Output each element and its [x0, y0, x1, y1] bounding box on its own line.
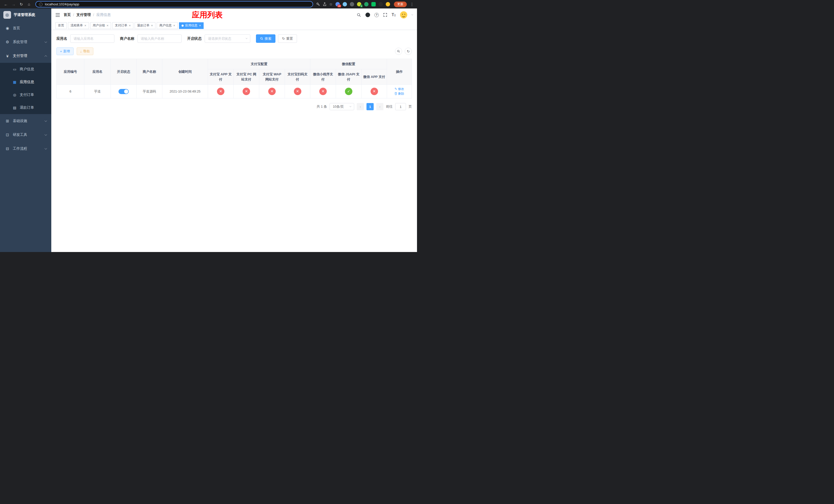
close-icon[interactable]: × — [199, 24, 201, 27]
prev-page-button[interactable]: ‹ — [357, 103, 364, 110]
browser-update-button[interactable]: 更新 — [394, 2, 407, 7]
sidebar-item-label: 退款订单 — [20, 105, 34, 110]
toggle-knob — [124, 90, 128, 94]
close-icon[interactable]: × — [151, 24, 153, 27]
reload-button[interactable]: ↻ — [18, 0, 25, 8]
search-icon[interactable] — [357, 13, 361, 17]
extension-badge: 10 — [337, 5, 341, 7]
breadcrumb-home[interactable]: 首页 — [64, 13, 71, 17]
sidebar-item-refund-orders[interactable]: ▤ 退款订单 — [0, 101, 51, 114]
font-size-icon[interactable]: TT — [392, 13, 396, 17]
refresh-icon: ↻ — [407, 49, 410, 53]
forward-button[interactable]: → — [10, 0, 17, 8]
export-button[interactable]: ↓ 导出 — [77, 47, 94, 55]
close-icon[interactable]: × — [129, 24, 131, 27]
extension-icon[interactable]: 1 — [357, 2, 361, 6]
tab-label: 支付订单 — [115, 23, 127, 28]
config-status-icon: ✕ — [371, 88, 378, 95]
tab-app-info[interactable]: 应用信息 × — [179, 22, 204, 29]
tab-pay-orders[interactable]: 支付订单 × — [112, 22, 133, 29]
github-icon[interactable] — [366, 13, 370, 17]
reset-button[interactable]: ↻ 重置 — [278, 35, 297, 43]
browser-menu-icon[interactable]: ⋮ — [410, 2, 414, 7]
chevron-down-icon — [45, 119, 47, 122]
sidebar-item-merchant-info[interactable]: ▭ 商户信息 — [0, 63, 51, 76]
merchant-name-input[interactable] — [137, 35, 181, 43]
user-avatar[interactable] — [400, 11, 407, 19]
topbar: 首页 / 支付管理 / 应用信息 应用列表 ? TT — [51, 8, 417, 21]
extension-icon[interactable]: 10 — [335, 2, 340, 6]
sidebar-item-devtools[interactable]: ⊡ 研发工具 — [0, 128, 51, 142]
breadcrumb-current: 应用信息 — [96, 13, 111, 17]
grid-icon: ▦ — [12, 80, 17, 84]
sidebar-item-payment[interactable]: ¥ 支付管理 — [0, 49, 51, 63]
password-key-icon[interactable] — [316, 2, 320, 6]
cell-wechat-mini: ✕ — [310, 85, 336, 98]
app-name-input[interactable] — [70, 35, 114, 43]
page-size-select[interactable]: 10条/页 — [330, 103, 354, 110]
add-button[interactable]: + 新增 — [57, 47, 73, 55]
logo-avatar — [3, 11, 11, 19]
share-icon[interactable] — [323, 2, 327, 6]
breadcrumb-payment[interactable]: 支付管理 — [76, 13, 91, 17]
config-status-icon: ✕ — [243, 88, 250, 95]
tab-merchant-info[interactable]: 商户信息 × — [157, 22, 178, 29]
tabs-bar: 首页 流程表单 × 用户分组 × 支付订单 × 退款订单 × — [51, 21, 417, 30]
address-bar[interactable]: i localhost:1024/pay/app — [36, 1, 313, 7]
browser-window: ← → ↻ ⌂ i localhost:1024/pay/app ☆ 10 1 … — [0, 0, 417, 252]
goto-page-input[interactable] — [395, 103, 406, 110]
extension-icon[interactable] — [386, 2, 390, 6]
home-button[interactable]: ⌂ — [26, 0, 32, 8]
back-button[interactable]: ← — [3, 0, 9, 8]
sidebar-logo: 芋道管理系统 — [0, 8, 51, 21]
chevron-down-icon — [350, 105, 351, 107]
goto-label: 前往 — [386, 104, 393, 109]
close-icon[interactable]: × — [84, 24, 86, 27]
toggle-search-button[interactable] — [395, 48, 402, 55]
extension-icon[interactable] — [364, 2, 369, 6]
document-icon: ▤ — [12, 106, 17, 110]
sidebar-item-label: 支付订单 — [20, 93, 34, 97]
tab-home[interactable]: 首页 — [56, 22, 67, 29]
extension-icon[interactable] — [350, 2, 354, 6]
sidebar-item-app-info[interactable]: ▦ 应用信息 — [0, 76, 51, 88]
chevron-down-icon — [411, 13, 413, 15]
fullscreen-icon[interactable] — [383, 13, 387, 17]
bookmark-star-icon[interactable]: ☆ — [329, 2, 333, 7]
extension-icon[interactable] — [378, 2, 383, 6]
breadcrumb-separator: / — [93, 13, 94, 17]
status-select[interactable]: 请选择开启状态 — [205, 35, 250, 43]
sidebar-toggle-icon[interactable] — [56, 13, 60, 17]
close-icon[interactable]: × — [173, 24, 175, 27]
col-app-name: 应用名 — [84, 59, 111, 85]
close-icon[interactable]: × — [107, 24, 109, 27]
sidebar-item-pay-orders[interactable]: ◎ 支付订单 — [0, 88, 51, 101]
sidebar-item-label: 首页 — [13, 26, 47, 30]
help-icon[interactable]: ? — [374, 13, 379, 17]
sidebar-item-workflow[interactable]: ⊟ 工作流程 — [0, 142, 51, 156]
sidebar-item-home[interactable]: ◉ 首页 — [0, 21, 51, 35]
sidebar-item-system[interactable]: ⚙ 系统管理 — [0, 35, 51, 49]
refresh-table-button[interactable]: ↻ — [405, 48, 412, 55]
tab-user-group[interactable]: 用户分组 × — [90, 22, 111, 29]
sidebar-item-infrastructure[interactable]: ⊞ 基础设施 — [0, 114, 51, 128]
edit-link[interactable]: ✎修改 — [394, 87, 404, 91]
url-text: localhost:1024/pay/app — [45, 2, 79, 6]
cell-app-name: 芋道 — [84, 85, 111, 98]
next-page-button[interactable]: › — [376, 103, 383, 110]
cell-wechat-jsapi: ✓ — [336, 85, 361, 98]
site-info-icon[interactable]: i — [39, 3, 43, 6]
delete-link[interactable]: 删除 — [394, 91, 404, 96]
page-1-button[interactable]: 1 — [367, 103, 374, 110]
search-button[interactable]: 搜索 — [256, 35, 276, 43]
extension-icon[interactable] — [371, 2, 376, 6]
sidebar: 芋道管理系统 ◉ 首页 ⚙ 系统管理 ¥ 支付管理 — [0, 8, 51, 252]
tab-process-form[interactable]: 流程表单 × — [68, 22, 89, 29]
col-group-wechat: 微信配置 — [310, 59, 387, 69]
status-toggle[interactable] — [118, 89, 129, 94]
topbar-actions: ? TT — [357, 11, 413, 19]
order-icon: ◎ — [12, 93, 17, 97]
sidebar-item-label: 研发工具 — [13, 133, 42, 137]
extension-icon[interactable] — [343, 2, 347, 6]
tab-refund-orders[interactable]: 退款订单 × — [135, 22, 156, 29]
